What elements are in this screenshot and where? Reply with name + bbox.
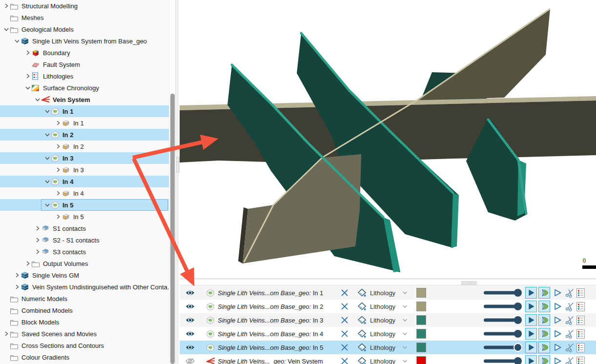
- slice-scissors-button[interactable]: [564, 354, 575, 364]
- tree-item-in-2[interactable]: In 2: [0, 129, 169, 141]
- chevron-collapsed-icon[interactable]: [24, 50, 31, 56]
- remove-from-scene-button[interactable]: [341, 300, 350, 313]
- chevron-expanded-icon[interactable]: [24, 85, 31, 91]
- tree-item-saved-scenes-and-movies[interactable]: Saved Scenes and Movies: [0, 328, 169, 340]
- vertical-splitter[interactable]: [175, 0, 180, 364]
- colour-swatch[interactable]: [416, 313, 426, 327]
- tree-item-in-1[interactable]: In 1: [0, 105, 169, 117]
- remove-from-scene-button[interactable]: [341, 286, 350, 300]
- shape-list-row[interactable]: Single Lith Veins...om Base_geo: In 5Lit…: [180, 341, 596, 354]
- shape-list-row[interactable]: Single Lith Veins..._geo: Vein SystemLit…: [180, 354, 596, 364]
- chevron-down-icon[interactable]: [402, 286, 409, 300]
- tree-item-in-2[interactable]: In 2: [0, 141, 169, 152]
- legend-list-button[interactable]: [576, 341, 585, 354]
- chevron-collapsed-icon[interactable]: [34, 237, 41, 243]
- tree-item-in-4[interactable]: In 4: [0, 176, 169, 187]
- chevron-expanded-icon[interactable]: [14, 38, 21, 44]
- legend-list-button[interactable]: [576, 313, 585, 327]
- visibility-eye-icon[interactable]: [185, 327, 195, 341]
- tree-scrollbar-thumb[interactable]: [170, 94, 175, 364]
- slice-scissors-button[interactable]: [564, 300, 575, 313]
- tree-item-block-models[interactable]: Block Models: [0, 316, 169, 328]
- colour-option-dropdown[interactable]: Lithology: [370, 341, 400, 354]
- chevron-collapsed-icon[interactable]: [55, 167, 62, 173]
- tree-item-in-1[interactable]: In 1: [0, 117, 169, 129]
- render-outline-button[interactable]: [552, 354, 563, 364]
- slice-scissors-button[interactable]: [564, 313, 575, 327]
- render-faces-button[interactable]: [525, 327, 537, 341]
- chevron-expanded-icon[interactable]: [44, 179, 51, 184]
- colour-swatch[interactable]: [416, 354, 426, 364]
- horizontal-splitter[interactable]: [180, 279, 596, 286]
- colour-swatch[interactable]: [416, 300, 426, 313]
- render-outline-button[interactable]: [552, 341, 563, 354]
- opacity-slider[interactable]: [483, 354, 528, 364]
- render-faces-button[interactable]: [525, 286, 537, 300]
- colour-swatch[interactable]: [416, 327, 426, 341]
- visibility-eye-icon[interactable]: [185, 313, 195, 327]
- visibility-eye-off-icon[interactable]: [185, 354, 195, 364]
- chevron-collapsed-icon[interactable]: [55, 143, 62, 149]
- tree-item-combined-models[interactable]: Combined Models: [0, 304, 169, 316]
- tree-item-numeric-models[interactable]: Numeric Models: [0, 293, 169, 304]
- chevron-expanded-icon[interactable]: [3, 26, 10, 32]
- scene-3d-viewport[interactable]: 0: [180, 0, 596, 279]
- tree-item-vein-system[interactable]: Vein System: [0, 94, 169, 105]
- legend-list-button[interactable]: [576, 327, 585, 341]
- flat-shading-button[interactable]: [538, 354, 550, 364]
- chevron-collapsed-icon[interactable]: [55, 120, 62, 126]
- tree-scrollbar[interactable]: [169, 0, 176, 364]
- chevron-down-icon[interactable]: [402, 313, 409, 327]
- tree-item-fault-system[interactable]: Fault System: [0, 59, 169, 70]
- chevron-collapsed-icon[interactable]: [3, 331, 10, 337]
- slice-scissors-button[interactable]: [564, 286, 575, 300]
- visibility-eye-icon[interactable]: [185, 300, 195, 313]
- legend-list-button[interactable]: [576, 286, 585, 300]
- render-faces-button[interactable]: [525, 354, 537, 364]
- render-outline-button[interactable]: [552, 313, 563, 327]
- slice-scissors-button[interactable]: [564, 341, 575, 354]
- opacity-slider[interactable]: [483, 327, 528, 341]
- opacity-slider[interactable]: [483, 341, 528, 354]
- colour-swatch[interactable]: [416, 286, 426, 300]
- tree-item-colour-gradients[interactable]: Colour Gradients: [0, 351, 169, 363]
- legend-list-button[interactable]: [576, 300, 585, 313]
- colour-option-dropdown[interactable]: Lithology: [370, 286, 400, 300]
- flat-shading-button[interactable]: [538, 286, 550, 300]
- flat-shading-button[interactable]: [538, 300, 550, 313]
- render-outline-button[interactable]: [552, 300, 563, 313]
- colour-option-dropdown[interactable]: Lithology: [370, 313, 400, 327]
- shape-list-row[interactable]: Single Lith Veins...om Base_geo: In 1Lit…: [180, 286, 596, 300]
- remove-from-scene-button[interactable]: [341, 327, 350, 341]
- tree-item-cross-sections-and-contours[interactable]: Cross Sections and Contours: [0, 340, 169, 351]
- opacity-slider[interactable]: [483, 286, 528, 300]
- tree-item-structural-modelling[interactable]: Structural Modelling: [0, 0, 169, 12]
- tree-item-boundary[interactable]: Boundary: [0, 47, 169, 59]
- render-faces-button[interactable]: [525, 300, 537, 313]
- legend-list-button[interactable]: [576, 354, 585, 364]
- tree-item-s2-s1-contacts[interactable]: S2 - S1 contacts: [0, 234, 169, 246]
- tree-item-lithologies[interactable]: Lithologies: [0, 70, 169, 82]
- colour-option-dropdown[interactable]: Lithology: [370, 300, 400, 313]
- chevron-collapsed-icon[interactable]: [14, 272, 21, 278]
- flat-shading-button[interactable]: [538, 313, 550, 327]
- colour-option-dropdown[interactable]: Lithology: [370, 327, 400, 341]
- tree-item-in-5[interactable]: In 5: [0, 199, 169, 211]
- chevron-collapsed-icon[interactable]: [55, 190, 62, 196]
- slice-scissors-button[interactable]: [564, 327, 575, 341]
- tree-item-in-4[interactable]: In 4: [0, 187, 169, 199]
- chevron-collapsed-icon[interactable]: [3, 3, 10, 9]
- flat-shading-button[interactable]: [538, 327, 550, 341]
- colour-swatch[interactable]: [416, 341, 426, 354]
- chevron-expanded-icon[interactable]: [34, 97, 41, 102]
- opacity-slider[interactable]: [483, 300, 528, 313]
- render-faces-button[interactable]: [525, 341, 537, 354]
- colour-option-dropdown[interactable]: Lithology: [370, 354, 400, 364]
- remove-from-scene-button[interactable]: [341, 313, 350, 327]
- visibility-eye-icon[interactable]: [185, 341, 195, 354]
- chevron-collapsed-icon[interactable]: [14, 284, 21, 290]
- tree-item-vein-system-undistinguisehed-with-other-conta[interactable]: Vein System Undistinguisehed with Other …: [0, 281, 169, 293]
- tree-item-in-3[interactable]: In 3: [0, 164, 169, 176]
- tree-item-in-5[interactable]: In 5: [0, 211, 169, 222]
- chevron-collapsed-icon[interactable]: [24, 261, 31, 266]
